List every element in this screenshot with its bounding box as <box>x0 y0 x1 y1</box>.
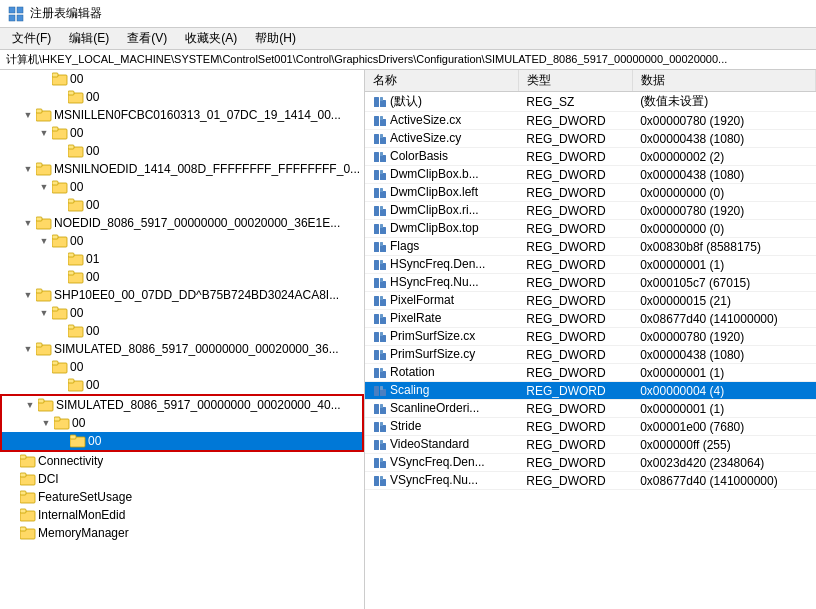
table-row[interactable]: DwmClipBox.left REG_DWORD 0x00000000 (0) <box>365 184 816 202</box>
tree-item[interactable]: ▼ 00 <box>0 232 364 250</box>
tree-item[interactable]: 00 <box>0 376 364 394</box>
tree-item[interactable]: ▼ MSNILNOEDID_1414_008D_FFFFFFFF_FFFFFFF… <box>0 160 364 178</box>
tree-item[interactable]: 00 <box>2 432 362 450</box>
tree-item[interactable]: DCI <box>0 470 364 488</box>
menu-file[interactable]: 文件(F) <box>4 28 59 49</box>
tree-item[interactable]: 00 <box>0 322 364 340</box>
table-row[interactable]: Rotation REG_DWORD 0x00000001 (1) <box>365 364 816 382</box>
tree-item[interactable]: ▼ SIMULATED_8086_5917_00000000_00020000_… <box>0 340 364 358</box>
table-row[interactable]: PrimSurfSize.cy REG_DWORD 0x00000438 (10… <box>365 346 816 364</box>
table-row[interactable]: DwmClipBox.ri... REG_DWORD 0x00000780 (1… <box>365 202 816 220</box>
tree-toggle[interactable] <box>36 71 52 87</box>
table-row[interactable]: Stride REG_DWORD 0x00001e00 (7680) <box>365 418 816 436</box>
table-row[interactable]: ColorBasis REG_DWORD 0x00000002 (2) <box>365 148 816 166</box>
table-row[interactable]: HSyncFreq.Den... REG_DWORD 0x00000001 (1… <box>365 256 816 274</box>
tree-item[interactable]: 00 <box>0 70 364 88</box>
tree-toggle[interactable] <box>52 89 68 105</box>
tree-item[interactable]: FeatureSetUsage <box>0 488 364 506</box>
main-content: 00 00 ▼ MSNILLEN0FCBC0160313_01_07DC_19_… <box>0 70 816 609</box>
tree-item[interactable]: 01 <box>0 250 364 268</box>
tree-toggle[interactable]: ▼ <box>36 179 52 195</box>
tree-item[interactable]: ▼ 00 <box>0 304 364 322</box>
table-row[interactable]: PrimSurfSize.cx REG_DWORD 0x00000780 (19… <box>365 328 816 346</box>
table-row[interactable]: PixelFormat REG_DWORD 0x00000015 (21) <box>365 292 816 310</box>
tree-item[interactable]: ▼ 00 <box>2 414 362 432</box>
tree-item[interactable]: ▼ 00 <box>0 124 364 142</box>
tree-item[interactable]: ▼ MSNILLEN0FCBC0160313_01_07DC_19_1414_0… <box>0 106 364 124</box>
table-row[interactable]: HSyncFreq.Nu... REG_DWORD 0x000105c7 (67… <box>365 274 816 292</box>
tree-item[interactable]: InternalMonEdid <box>0 506 364 524</box>
tree-toggle[interactable] <box>4 489 20 505</box>
tree-toggle[interactable] <box>4 507 20 523</box>
cell-type: REG_DWORD <box>518 166 632 184</box>
tree-toggle[interactable] <box>52 377 68 393</box>
menu-bar: 文件(F) 编辑(E) 查看(V) 收藏夹(A) 帮助(H) <box>0 28 816 50</box>
tree-item[interactable]: 00 <box>0 268 364 286</box>
tree-label: SHP10EE0_00_07DD_DD^B75B724BD3024ACA8I..… <box>54 288 339 302</box>
left-pane[interactable]: 00 00 ▼ MSNILLEN0FCBC0160313_01_07DC_19_… <box>0 70 365 609</box>
table-row[interactable]: ActiveSize.cx REG_DWORD 0x00000780 (1920… <box>365 112 816 130</box>
tree-toggle[interactable]: ▼ <box>20 215 36 231</box>
table-row[interactable]: VSyncFreq.Den... REG_DWORD 0x0023d420 (2… <box>365 454 816 472</box>
tree-item[interactable]: 00 <box>0 88 364 106</box>
table-row[interactable]: Scaling REG_DWORD 0x00000004 (4) <box>365 382 816 400</box>
table-row[interactable]: VSyncFreq.Nu... REG_DWORD 0x08677d40 (14… <box>365 472 816 490</box>
tree-item[interactable]: 00 <box>0 142 364 160</box>
tree-label: 00 <box>86 144 99 158</box>
tree-item[interactable]: ▼ NOEDID_8086_5917_00000000_00020000_36E… <box>0 214 364 232</box>
tree-toggle[interactable] <box>52 197 68 213</box>
tree-toggle[interactable] <box>52 251 68 267</box>
svg-rect-98 <box>374 350 379 360</box>
svg-rect-87 <box>380 281 386 288</box>
tree-item[interactable]: 00 <box>0 358 364 376</box>
svg-rect-118 <box>380 458 383 462</box>
menu-help[interactable]: 帮助(H) <box>247 28 304 49</box>
tree-toggle[interactable] <box>36 359 52 375</box>
menu-edit[interactable]: 编辑(E) <box>61 28 117 49</box>
table-row[interactable]: ActiveSize.cy REG_DWORD 0x00000438 (1080… <box>365 130 816 148</box>
menu-view[interactable]: 查看(V) <box>119 28 175 49</box>
tree-toggle[interactable]: ▼ <box>36 233 52 249</box>
table-row[interactable]: (默认) REG_SZ (数值未设置) <box>365 92 816 112</box>
tree-toggle[interactable]: ▼ <box>22 397 38 413</box>
tree-toggle[interactable] <box>54 433 70 449</box>
menu-favorites[interactable]: 收藏夹(A) <box>177 28 245 49</box>
tree-item[interactable]: 00 <box>0 196 364 214</box>
table-row[interactable]: ScanlineOrderi... REG_DWORD 0x00000001 (… <box>365 400 816 418</box>
tree-toggle[interactable] <box>52 143 68 159</box>
cell-name: ColorBasis <box>365 148 518 166</box>
tree-toggle[interactable] <box>52 269 68 285</box>
table-row[interactable]: VideoStandard REG_DWORD 0x000000ff (255) <box>365 436 816 454</box>
tree-toggle[interactable]: ▼ <box>20 341 36 357</box>
svg-rect-37 <box>52 361 58 365</box>
tree-toggle[interactable]: ▼ <box>20 161 36 177</box>
tree-item[interactable]: ▼ SHP10EE0_00_07DD_DD^B75B724BD3024ACA8I… <box>0 286 364 304</box>
tree-toggle[interactable]: ▼ <box>36 125 52 141</box>
tree-toggle[interactable]: ▼ <box>20 287 36 303</box>
table-row[interactable]: PixelRate REG_DWORD 0x08677d40 (14100000… <box>365 310 816 328</box>
cell-data: 0x00000004 (4) <box>632 382 815 400</box>
svg-rect-66 <box>380 155 386 162</box>
tree-toggle[interactable] <box>4 525 20 541</box>
tree-item[interactable]: ▼ SIMULATED_8086_5917_00000000_00020000_… <box>2 396 362 414</box>
tree-toggle[interactable] <box>4 453 20 469</box>
svg-rect-64 <box>380 134 383 138</box>
tree-label: MSNILLEN0FCBC0160313_01_07DC_19_1414_00.… <box>54 108 341 122</box>
svg-rect-109 <box>380 404 383 408</box>
tree-toggle[interactable] <box>4 471 20 487</box>
tree-toggle[interactable] <box>52 323 68 339</box>
tree-toggle[interactable]: ▼ <box>20 107 36 123</box>
tree-toggle[interactable]: ▼ <box>38 415 54 431</box>
svg-rect-19 <box>68 199 74 203</box>
table-row[interactable]: Flags REG_DWORD 0x00830b8f (8588175) <box>365 238 816 256</box>
svg-rect-73 <box>380 188 383 192</box>
svg-rect-113 <box>374 440 379 450</box>
tree-item[interactable]: MemoryManager <box>0 524 364 542</box>
tree-item[interactable]: ▼ 00 <box>0 178 364 196</box>
table-row[interactable]: DwmClipBox.top REG_DWORD 0x00000000 (0) <box>365 220 816 238</box>
svg-rect-61 <box>380 116 383 120</box>
table-row[interactable]: DwmClipBox.b... REG_DWORD 0x00000438 (10… <box>365 166 816 184</box>
tree-toggle[interactable]: ▼ <box>36 305 52 321</box>
svg-rect-43 <box>54 417 60 421</box>
tree-item[interactable]: Connectivity <box>0 452 364 470</box>
